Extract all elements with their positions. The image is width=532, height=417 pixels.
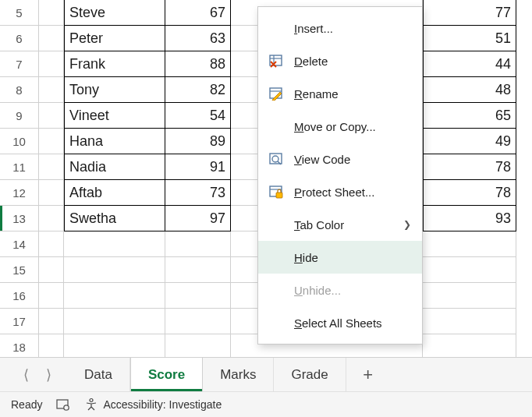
menu-tab-color[interactable]: Tab Color ❯ bbox=[258, 208, 422, 241]
cell-value-1[interactable]: 91 bbox=[165, 154, 231, 180]
cell-name[interactable]: Vineet bbox=[64, 103, 165, 129]
svg-rect-12 bbox=[276, 193, 282, 198]
menu-protect-label: Protect Sheet... bbox=[294, 186, 411, 199]
row-headers: 56789101112131415161718 bbox=[0, 0, 39, 360]
cell-name[interactable]: Aftab bbox=[64, 180, 165, 206]
accessibility-status[interactable]: Accessibility: Investigate bbox=[84, 398, 222, 412]
macro-record-icon[interactable] bbox=[56, 398, 70, 412]
sheet-tab-marks[interactable]: Marks bbox=[203, 358, 274, 391]
tab-prev-button[interactable]: ⟨ bbox=[23, 366, 29, 383]
cell-value-1[interactable]: 97 bbox=[165, 206, 231, 231]
menu-rename[interactable]: Rename bbox=[258, 77, 422, 110]
cell-value-4[interactable]: 44 bbox=[423, 51, 516, 77]
sheet-tab-grade[interactable]: Grade bbox=[274, 358, 346, 391]
empty-cell[interactable] bbox=[165, 309, 231, 334]
cell-value-4[interactable]: 49 bbox=[423, 129, 516, 154]
cell-value-1[interactable]: 54 bbox=[165, 103, 231, 129]
row-header[interactable]: 7 bbox=[0, 51, 39, 77]
menu-unhide-label: Unhide... bbox=[294, 284, 411, 297]
cell-value-4[interactable]: 51 bbox=[423, 26, 516, 51]
cell-name[interactable]: Nadia bbox=[64, 154, 165, 180]
sheet-tab-score[interactable]: Score bbox=[130, 358, 203, 391]
empty-cell[interactable] bbox=[64, 231, 165, 257]
empty-cell[interactable] bbox=[165, 231, 231, 257]
cell-value-1[interactable]: 63 bbox=[165, 26, 231, 51]
empty-cell[interactable] bbox=[64, 257, 165, 283]
row-header[interactable]: 17 bbox=[0, 309, 39, 334]
empty-cell[interactable] bbox=[165, 257, 231, 283]
row-header[interactable]: 8 bbox=[0, 77, 39, 103]
sheet-tabs: DataScoreMarksGrade bbox=[67, 358, 346, 391]
rename-icon bbox=[268, 85, 285, 102]
menu-protect-sheet[interactable]: Protect Sheet... bbox=[258, 175, 422, 208]
row-header[interactable]: 6 bbox=[0, 26, 39, 51]
accessibility-icon bbox=[84, 398, 98, 412]
cell-value-4[interactable]: 65 bbox=[423, 103, 516, 129]
accessibility-label: Accessibility: Investigate bbox=[103, 398, 222, 411]
cell-value-1[interactable]: 89 bbox=[165, 129, 231, 154]
cell-value-1[interactable]: 82 bbox=[165, 77, 231, 103]
menu-unhide: Unhide... bbox=[258, 274, 422, 306]
empty-cell[interactable] bbox=[423, 231, 516, 257]
menu-move-copy[interactable]: Move or Copy... bbox=[258, 110, 422, 143]
svg-point-14 bbox=[64, 405, 69, 410]
menu-delete[interactable]: Delete bbox=[258, 44, 422, 77]
blank-icon bbox=[268, 216, 285, 233]
menu-view-code[interactable]: View Code bbox=[258, 143, 422, 175]
empty-cell[interactable] bbox=[64, 309, 165, 334]
empty-cell[interactable] bbox=[423, 257, 516, 283]
cell-name[interactable]: Hana bbox=[64, 129, 165, 154]
menu-insert[interactable]: Insert... bbox=[258, 12, 422, 44]
blank-icon bbox=[268, 281, 285, 299]
status-bar: Ready Accessibility: Investigate bbox=[0, 391, 532, 417]
row-header[interactable]: 11 bbox=[0, 154, 39, 180]
menu-select-all-sheets[interactable]: Select All Sheets bbox=[258, 306, 422, 339]
row-header[interactable]: 12 bbox=[0, 180, 39, 206]
row-header[interactable]: 15 bbox=[0, 257, 39, 283]
menu-insert-label: Insert... bbox=[294, 22, 411, 35]
cell-name[interactable]: Peter bbox=[64, 26, 165, 51]
cell-value-4[interactable]: 77 bbox=[423, 0, 516, 26]
cell-name[interactable]: Steve bbox=[64, 0, 165, 26]
menu-hide-label: Hide bbox=[294, 251, 411, 264]
menu-delete-label: Delete bbox=[294, 55, 411, 68]
svg-point-8 bbox=[272, 156, 278, 162]
delete-sheet-icon bbox=[268, 52, 285, 69]
cell-value-1[interactable]: 88 bbox=[165, 51, 231, 77]
menu-hide[interactable]: Hide bbox=[258, 241, 422, 274]
blank-icon bbox=[268, 19, 285, 37]
empty-cell[interactable] bbox=[423, 283, 516, 309]
row-header[interactable]: 10 bbox=[0, 129, 39, 154]
cell-value-4[interactable]: 78 bbox=[423, 180, 516, 206]
blank-icon bbox=[268, 249, 285, 266]
cell-value-1[interactable]: 73 bbox=[165, 180, 231, 206]
empty-cell[interactable] bbox=[64, 283, 165, 309]
chevron-right-icon: ❯ bbox=[403, 219, 411, 230]
cell-name[interactable]: Swetha bbox=[64, 206, 165, 231]
sheet-tab-context-menu: Insert... Delete Rename Move or Copy... … bbox=[257, 6, 423, 345]
row-header[interactable]: 16 bbox=[0, 283, 39, 309]
svg-rect-0 bbox=[270, 55, 282, 65]
cell-value-4[interactable]: 93 bbox=[423, 206, 516, 231]
cell-value-4[interactable]: 48 bbox=[423, 77, 516, 103]
blank-icon bbox=[268, 314, 285, 331]
sheet-tab-data[interactable]: Data bbox=[67, 358, 130, 391]
empty-cell[interactable] bbox=[165, 283, 231, 309]
status-ready: Ready bbox=[11, 398, 42, 411]
view-code-icon bbox=[268, 150, 285, 168]
cell-value-4[interactable]: 78 bbox=[423, 154, 516, 180]
add-sheet-button[interactable]: + bbox=[346, 358, 390, 391]
blank-icon bbox=[268, 118, 285, 135]
cell-name[interactable]: Frank bbox=[64, 51, 165, 77]
row-header[interactable]: 5 bbox=[0, 0, 39, 26]
cell-name[interactable]: Tony bbox=[64, 77, 165, 103]
protect-sheet-icon bbox=[268, 183, 285, 200]
row-header[interactable]: 9 bbox=[0, 103, 39, 129]
row-header[interactable]: 14 bbox=[0, 231, 39, 257]
empty-cell[interactable] bbox=[423, 309, 516, 334]
row-header[interactable]: 13 bbox=[0, 206, 39, 231]
menu-view-code-label: View Code bbox=[294, 153, 411, 166]
cell-value-1[interactable]: 67 bbox=[165, 0, 231, 26]
tab-nav: ⟨ ⟩ bbox=[0, 358, 67, 391]
tab-next-button[interactable]: ⟩ bbox=[46, 366, 51, 383]
